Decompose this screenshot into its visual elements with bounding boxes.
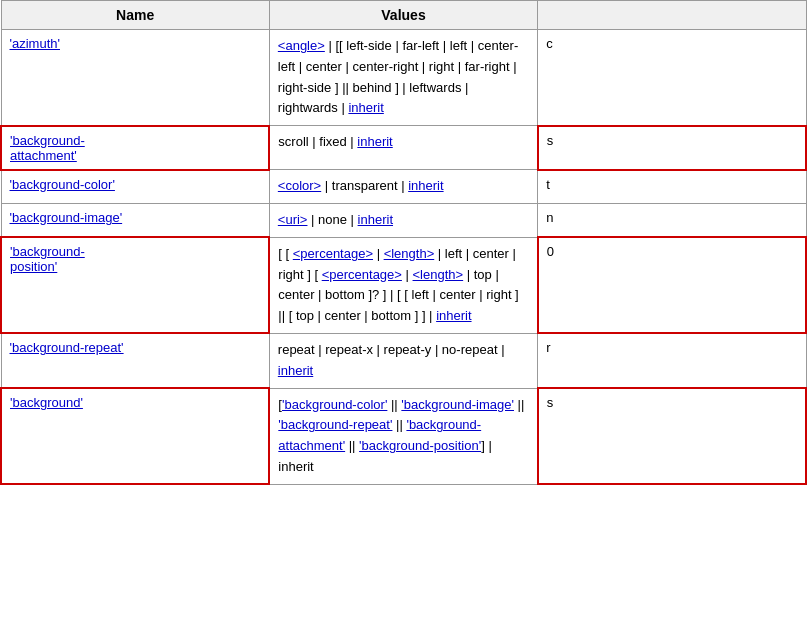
property-link-background-position[interactable]: 'background-position' [10, 244, 85, 274]
property-link-background-image[interactable]: 'background-image' [10, 210, 123, 225]
column-header-values: Values [269, 1, 537, 30]
property-link-background-color[interactable]: 'background-color' [10, 177, 115, 192]
name-cell-background-color: 'background-color' [1, 170, 269, 204]
column-header-initial [538, 1, 806, 30]
name-cell-azimuth: 'azimuth' [1, 30, 269, 126]
initial-cell-background-attachment: s [538, 126, 806, 170]
initial-cell-azimuth: c [538, 30, 806, 126]
property-link-azimuth[interactable]: 'azimuth' [10, 36, 60, 51]
table-row: 'background-color'<color> | transparent … [1, 170, 806, 204]
values-cell-azimuth: <angle> | [[ left-side | far-left | left… [269, 30, 537, 126]
property-link-background[interactable]: 'background' [10, 395, 83, 410]
values-cell-background-position: [ [ <percentage> | <length> | left | cen… [269, 237, 537, 333]
table-row: 'background-image'<uri> | none | inherit… [1, 203, 806, 237]
values-cell-background-repeat: repeat | repeat-x | repeat-y | no-repeat… [269, 333, 537, 388]
property-link-background-repeat[interactable]: 'background-repeat' [10, 340, 124, 355]
table-row: 'background-position'[ [ <percentage> | … [1, 237, 806, 333]
property-link-background-attachment[interactable]: 'background-attachment' [10, 133, 85, 163]
table-row: 'background'['background-color' || 'back… [1, 388, 806, 484]
initial-cell-background: s [538, 388, 806, 484]
name-cell-background-repeat: 'background-repeat' [1, 333, 269, 388]
values-cell-background-color: <color> | transparent | inherit [269, 170, 537, 204]
name-cell-background-position: 'background-position' [1, 237, 269, 333]
table-row: 'background-repeat'repeat | repeat-x | r… [1, 333, 806, 388]
initial-cell-background-color: t [538, 170, 806, 204]
table-row: 'background-attachment'scroll | fixed | … [1, 126, 806, 170]
values-cell-background-image: <uri> | none | inherit [269, 203, 537, 237]
initial-cell-background-image: n [538, 203, 806, 237]
values-cell-background-attachment: scroll | fixed | inherit [269, 126, 537, 170]
table-row: 'azimuth'<angle> | [[ left-side | far-le… [1, 30, 806, 126]
name-cell-background: 'background' [1, 388, 269, 484]
column-header-name: Name [1, 1, 269, 30]
values-cell-background: ['background-color' || 'background-image… [269, 388, 537, 484]
initial-cell-background-position: 0 [538, 237, 806, 333]
name-cell-background-attachment: 'background-attachment' [1, 126, 269, 170]
name-cell-background-image: 'background-image' [1, 203, 269, 237]
initial-cell-background-repeat: r [538, 333, 806, 388]
